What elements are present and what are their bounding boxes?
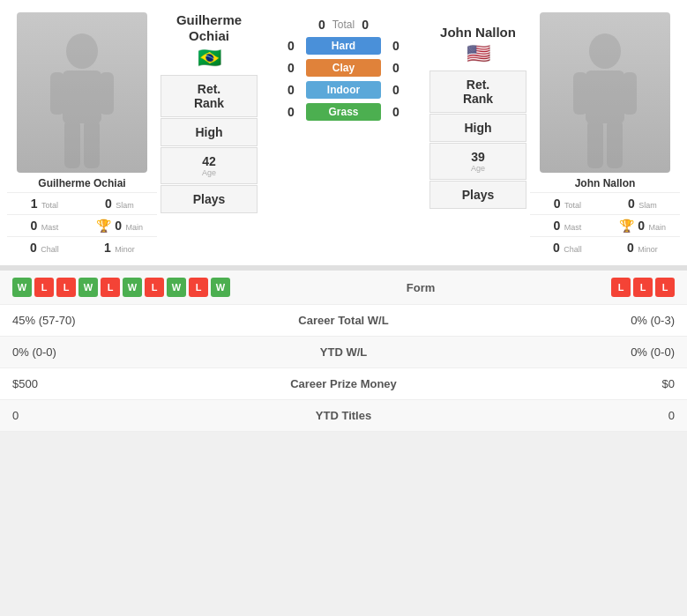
left-form-badge-3: L (56, 278, 76, 297)
left-full-name: GuilhermeOchiai (176, 12, 242, 44)
svg-rect-3 (100, 72, 114, 115)
left-form-badge-6: W (123, 278, 142, 297)
total-row: 0 Total 0 (318, 18, 369, 32)
svg-rect-5 (84, 120, 100, 168)
clay-surface-row: 0 Clay 0 (283, 59, 404, 77)
hard-left-score: 0 (283, 39, 299, 53)
right-stat-minor: 0 Minor (605, 236, 680, 258)
right-form-badge-3: L (655, 278, 675, 297)
right-player-silhouette (570, 32, 640, 173)
svg-rect-1 (63, 71, 101, 123)
total-label: Total (332, 19, 355, 31)
right-stat-total: 0 Total (530, 192, 605, 214)
svg-rect-10 (587, 120, 603, 168)
career-wl-left: 45% (57-70) (12, 314, 247, 327)
indoor-left-score: 0 (283, 83, 299, 97)
left-rank-val: Ret.Rank (165, 82, 253, 110)
svg-point-0 (66, 33, 98, 69)
indoor-surface-btn: Indoor (306, 81, 381, 99)
left-plays-val: Plays (165, 192, 253, 206)
right-player-block: John Nallon 0 Total 0 Slam 0 Mast 🏆 0 M (530, 12, 680, 258)
left-age-val: 42 (165, 154, 253, 168)
right-form-badges: L L L (611, 278, 675, 297)
left-player-stats-grid: 1 Total 0 Slam 0 Mast 🏆 0 Main 0 (7, 192, 157, 258)
career-wl-row: 45% (57-70) Career Total W/L 0% (0-3) (0, 305, 687, 337)
form-label: Form (407, 281, 436, 294)
left-stat-chall: 0 Chall (7, 236, 82, 258)
left-age-label: Age (165, 168, 253, 177)
right-middle-block: John Nallon 🇺🇸 Ret.Rank High 39 Age Play… (429, 12, 526, 258)
left-stat-total: 1 Total (7, 192, 82, 214)
prize-money-left: $500 (12, 377, 247, 390)
indoor-right-score: 0 (388, 83, 404, 97)
left-stat-mast: 0 Mast (7, 214, 82, 236)
left-form-badge-4: W (78, 278, 98, 297)
hard-right-score: 0 (388, 39, 404, 53)
ytd-titles-label: YTD Titles (247, 409, 441, 422)
top-comparison-area: Guilherme Ochiai 1 Total 0 Slam 0 Mast 🏆… (0, 0, 687, 265)
left-form-badges: W L L W L W L W L W (12, 278, 230, 297)
total-left-score: 0 (318, 18, 325, 32)
left-stat-minor: 1 Minor (82, 236, 157, 258)
ytd-titles-right: 0 (441, 409, 676, 422)
grass-left-score: 0 (283, 105, 299, 119)
left-form-badge-9: L (189, 278, 208, 297)
clay-right-score: 0 (388, 61, 404, 75)
ytd-titles-row: 0 YTD Titles 0 (0, 400, 687, 432)
left-form-badge-1: W (12, 278, 32, 297)
career-wl-label: Career Total W/L (247, 314, 441, 327)
right-plays-box: Plays (429, 181, 526, 209)
right-form-badge-1: L (611, 278, 631, 297)
career-wl-right: 0% (0-3) (441, 314, 676, 327)
left-form-badge-2: L (34, 278, 54, 297)
grass-surface-btn: Grass (306, 103, 381, 121)
left-stat-main: 🏆 0 Main (82, 214, 157, 236)
left-player-block: Guilherme Ochiai 1 Total 0 Slam 0 Mast 🏆… (7, 12, 157, 258)
right-stat-chall: 0 Chall (530, 236, 605, 258)
right-high-box: High (429, 114, 526, 142)
hard-surface-btn: Hard (306, 37, 381, 55)
right-age-val: 39 (434, 150, 522, 164)
svg-point-6 (589, 33, 621, 69)
grass-surface-row: 0 Grass 0 (283, 103, 404, 121)
svg-rect-2 (50, 72, 64, 115)
right-age-label: Age (434, 164, 522, 173)
right-age-box: 39 Age (429, 143, 526, 180)
left-rank-box: Ret.Rank (161, 75, 258, 117)
left-age-box: 42 Age (161, 147, 258, 184)
left-form-badge-7: L (145, 278, 164, 297)
left-stat-slam: 0 Slam (82, 192, 157, 214)
right-name-flag-area: John Nallon 🇺🇸 (429, 12, 526, 65)
svg-rect-7 (586, 71, 624, 123)
left-plays-box: Plays (161, 185, 258, 213)
clay-surface-btn: Clay (306, 59, 381, 77)
svg-rect-4 (64, 120, 80, 168)
right-rank-box: Ret.Rank (429, 71, 526, 113)
left-form-badge-10: W (211, 278, 230, 297)
left-player-silhouette (47, 32, 117, 173)
prize-money-right: $0 (441, 377, 676, 390)
right-full-name: John Nallon (440, 25, 516, 40)
left-player-name: Guilherme Ochiai (38, 177, 125, 189)
right-stat-mast: 0 Mast (530, 214, 605, 236)
left-middle-block: GuilhermeOchiai 🇧🇷 Ret.Rank High 42 Age … (161, 12, 258, 258)
total-right-score: 0 (362, 18, 369, 32)
bottom-stats-section: W L L W L W L W L W Form L L L 45% (57-7… (0, 265, 687, 432)
clay-left-score: 0 (283, 61, 299, 75)
left-high-box: High (161, 118, 258, 146)
left-high-val: High (165, 125, 253, 139)
form-row: W L L W L W L W L W Form L L L (0, 271, 687, 305)
hard-surface-row: 0 Hard 0 (283, 37, 404, 55)
svg-rect-9 (623, 72, 637, 115)
right-stat-slam: 0 Slam (605, 192, 680, 214)
right-plays-val: Plays (434, 188, 522, 202)
ytd-titles-left: 0 (12, 409, 247, 422)
ytd-wl-right: 0% (0-0) (441, 345, 676, 359)
left-flag: 🇧🇷 (198, 47, 221, 70)
left-player-photo (17, 12, 147, 173)
right-player-photo (540, 12, 670, 173)
grass-right-score: 0 (388, 105, 404, 119)
right-flag: 🇺🇸 (467, 42, 490, 65)
right-high-val: High (434, 121, 522, 135)
main-wrapper: Guilherme Ochiai 1 Total 0 Slam 0 Mast 🏆… (0, 0, 687, 432)
